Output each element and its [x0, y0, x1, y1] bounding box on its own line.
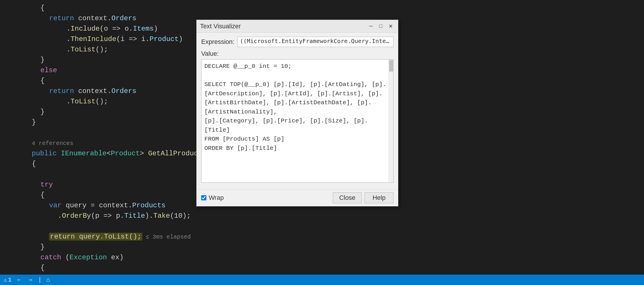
back-button[interactable]: ← [16, 276, 23, 284]
close-dialog-button[interactable]: ✕ [387, 23, 395, 30]
expression-input[interactable]: ((Microsoft.EntityFrameworkCore.Query.In… [237, 37, 393, 47]
separator: | [38, 277, 42, 283]
value-text[interactable] [201, 59, 393, 182]
expression-label: Expression: [201, 38, 234, 46]
restore-button[interactable]: □ [377, 23, 385, 30]
text-visualizer-dialog[interactable]: Text Visualizer ─ □ ✕ Expression: ((Micr… [196, 20, 398, 206]
nav-button[interactable]: ⌂ [46, 276, 50, 284]
close-button[interactable]: Close [333, 192, 362, 203]
wrap-label[interactable]: Wrap [209, 194, 224, 202]
dialog-actions: Close Help [333, 192, 393, 203]
warning-icon: ⚠ [3, 276, 7, 284]
dialog-body: Expression: ((Microsoft.EntityFrameworkC… [197, 33, 398, 187]
code-line [0, 221, 644, 232]
code-line: .OrderBy(p => p.Title).Take(10); [0, 211, 644, 221]
value-area [201, 59, 393, 183]
minimize-button[interactable]: ─ [367, 23, 375, 30]
status-bar: ⚠ 1 ← → | ⌂ [0, 275, 644, 285]
dialog-titlebar: Text Visualizer ─ □ ✕ [197, 20, 398, 33]
warning-item: ⚠ 1 [3, 276, 12, 284]
code-line: { [0, 263, 644, 273]
wrap-checkbox[interactable] [201, 195, 206, 200]
warning-count: 1 [8, 277, 12, 283]
dialog-footer: Wrap Close Help [197, 189, 398, 206]
help-button[interactable]: Help [365, 192, 393, 203]
code-line: } [0, 242, 644, 252]
dialog-controls: ─ □ ✕ [367, 23, 395, 30]
expression-row: Expression: ((Microsoft.EntityFrameworkC… [201, 37, 393, 47]
code-line: catch (Exception ex) [0, 252, 644, 263]
dialog-title: Text Visualizer [200, 23, 241, 30]
code-line: { [0, 3, 644, 13]
value-scrollbar[interactable] [389, 59, 393, 182]
value-label: Value: [201, 50, 393, 57]
code-line: return query.ToList(); ≤ 3ms elapsed [0, 232, 644, 242]
scrollbar-thumb [389, 60, 393, 72]
wrap-row: Wrap [201, 194, 224, 202]
forward-button[interactable]: → [27, 276, 33, 284]
